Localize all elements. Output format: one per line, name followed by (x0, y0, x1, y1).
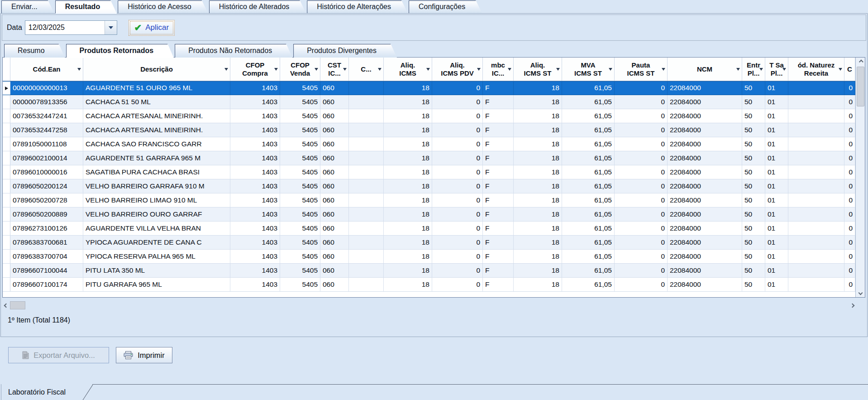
grid-cell[interactable]: F (483, 236, 514, 249)
column-header-c[interactable]: C... (349, 58, 384, 81)
tab-produtos-divergentes[interactable]: Produtos Divergentes (293, 44, 390, 58)
grid-row[interactable]: 00736532447241CACHACA ARTESANAL MINEIRIN… (3, 109, 855, 123)
grid-cell[interactable]: 5405 (280, 95, 320, 109)
grid-cell[interactable]: 1403 (230, 123, 280, 137)
grid-cell[interactable]: 61,05 (562, 179, 615, 193)
grid-cell[interactable]: 1403 (230, 207, 280, 221)
filter-dropdown-icon[interactable] (759, 68, 763, 71)
grid-cell[interactable]: 0 (432, 250, 483, 263)
grid-cell[interactable]: VELHO BARREIRO GARRAFA 910 M (83, 179, 230, 193)
grid-cell[interactable]: 0 (844, 264, 855, 277)
horizontal-scrollbar[interactable] (2, 301, 856, 310)
grid-cell[interactable]: 61,05 (562, 165, 615, 179)
grid-cell[interactable]: 0 (844, 123, 855, 137)
grid-cell[interactable] (788, 109, 844, 123)
grid-cell[interactable]: 0 (615, 222, 668, 235)
grid-cell[interactable]: 0 (615, 151, 668, 165)
grid-cell[interactable]: 50 (742, 82, 765, 95)
grid-cell[interactable]: 01 (765, 137, 788, 151)
grid-cell[interactable] (788, 179, 844, 193)
grid-cell[interactable] (349, 123, 384, 137)
grid-cell[interactable]: 060 (320, 193, 349, 207)
grid-cell[interactable]: 0 (432, 207, 483, 221)
grid-cell[interactable]: 50 (742, 137, 765, 151)
grid-cell[interactable] (788, 264, 844, 277)
column-header-t-sa-pl[interactable]: T Sa Pl... (765, 58, 788, 81)
grid-cell[interactable]: PITU LATA 350 ML (83, 264, 230, 277)
grid-cell[interactable]: 1403 (230, 179, 280, 193)
grid-cell[interactable]: 0 (432, 165, 483, 179)
grid-cell[interactable]: 07896607100174 (10, 278, 83, 291)
grid-cell[interactable]: 61,05 (562, 264, 615, 277)
grid-cell[interactable]: 22084000 (668, 207, 742, 221)
tab-configuracoes[interactable]: Configurações (409, 0, 475, 13)
grid-cell[interactable] (788, 137, 844, 151)
grid-cell[interactable]: 01 (765, 250, 788, 263)
grid-cell[interactable]: CACHACA SAO FRANCISCO GARR (83, 137, 230, 151)
grid-cell[interactable]: 0 (844, 109, 855, 123)
grid-cell[interactable]: 07896383700704 (10, 250, 83, 263)
grid-cell[interactable]: 1403 (230, 165, 280, 179)
grid-cell[interactable]: 1403 (230, 95, 280, 109)
grid-cell[interactable] (349, 137, 384, 151)
grid-cell[interactable]: 5405 (280, 250, 320, 263)
grid-cell[interactable]: 18 (514, 222, 562, 235)
grid-cell[interactable]: 07896010000016 (10, 165, 83, 179)
vertical-scrollbar[interactable] (855, 58, 865, 297)
grid-cell[interactable]: 18 (514, 165, 562, 179)
grid-cell[interactable]: 060 (320, 278, 349, 291)
grid-row[interactable]: 00000078913356CACHACA 51 50 ML1403540506… (3, 95, 855, 109)
grid-cell[interactable]: 61,05 (562, 109, 615, 123)
grid-cell[interactable]: 01 (765, 151, 788, 165)
grid-cell[interactable]: SAGATIBA PURA CACHACA BRASI (83, 165, 230, 179)
grid-cell[interactable]: 01 (765, 236, 788, 249)
column-header-mva-icms-st[interactable]: MVA ICMS ST (562, 58, 615, 81)
grid-cell[interactable]: AGUARDENTE 51 GARRAFA 965 M (83, 151, 230, 165)
grid-cell[interactable]: 01 (765, 82, 788, 95)
grid-cell[interactable]: F (483, 109, 514, 123)
grid-cell[interactable]: 0 (432, 82, 483, 95)
grid-row[interactable]: 07896273100126AGUARDENTE VILLA VELHA BRA… (3, 222, 855, 236)
grid-cell[interactable]: 22084000 (668, 109, 742, 123)
grid-cell[interactable]: 18 (514, 137, 562, 151)
grid-cell[interactable] (349, 151, 384, 165)
scroll-down-button[interactable] (856, 289, 865, 297)
grid-cell[interactable]: 00000000000013 (10, 82, 83, 95)
grid-cell[interactable]: 5405 (280, 222, 320, 235)
grid-cell[interactable]: F (483, 165, 514, 179)
grid-cell[interactable]: 61,05 (562, 236, 615, 249)
grid-cell[interactable]: 0 (615, 95, 668, 109)
grid-cell[interactable]: 22084000 (668, 151, 742, 165)
grid-cell[interactable]: 0 (432, 137, 483, 151)
filter-dropdown-icon[interactable] (782, 68, 786, 71)
grid-cell[interactable]: 1403 (230, 250, 280, 263)
grid-cell[interactable] (349, 250, 384, 263)
grid-cell[interactable]: 0 (432, 151, 483, 165)
column-header-od-naturez-receita[interactable]: ód. Naturez Receita (788, 58, 844, 81)
grid-cell[interactable]: 22084000 (668, 250, 742, 263)
filter-dropdown-icon[interactable] (315, 68, 318, 71)
filter-dropdown-icon[interactable] (662, 68, 665, 71)
grid-cell[interactable]: 0 (615, 278, 668, 291)
grid-cell[interactable]: 18 (384, 151, 432, 165)
grid-cell[interactable]: 61,05 (562, 207, 615, 221)
grid-cell[interactable]: 18 (514, 179, 562, 193)
grid-cell[interactable]: PITU GARRAFA 965 ML (83, 278, 230, 291)
grid-cell[interactable]: 060 (320, 151, 349, 165)
grid-cell[interactable]: 0 (844, 137, 855, 151)
grid-cell[interactable]: 1403 (230, 151, 280, 165)
grid-cell[interactable]: 0 (615, 236, 668, 249)
grid-cell[interactable]: 61,05 (562, 137, 615, 151)
horizontal-scroll-thumb[interactable] (10, 301, 25, 309)
column-header-ncm[interactable]: NCM (668, 58, 742, 81)
grid-cell[interactable]: 1403 (230, 236, 280, 249)
grid-cell[interactable]: VELHO BARREIRO OURO GARRAF (83, 207, 230, 221)
tab-historico-de-acesso[interactable]: Histórico de Acesso (118, 0, 201, 13)
grid-cell[interactable]: 1403 (230, 109, 280, 123)
grid-row[interactable]: 00000000000013AGUARDENTE 51 OURO 965 ML1… (3, 81, 855, 95)
filter-dropdown-icon[interactable] (736, 68, 740, 71)
grid-cell[interactable]: 0 (844, 179, 855, 193)
grid-cell[interactable]: 01 (765, 278, 788, 291)
filter-dropdown-icon[interactable] (77, 68, 81, 71)
grid-cell[interactable]: F (483, 151, 514, 165)
